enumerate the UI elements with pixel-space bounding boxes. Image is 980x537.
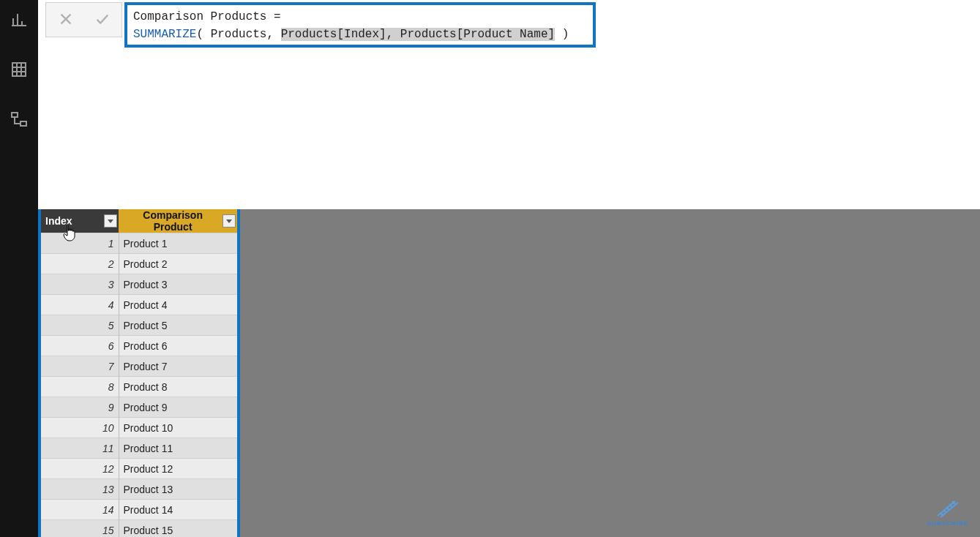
cell-product[interactable]: Product 5 [119,315,239,336]
column-filter-index[interactable] [104,214,117,228]
svg-rect-2 [20,121,26,126]
formula-toolbar [45,2,122,37]
cancel-formula-button[interactable] [56,10,76,30]
cell-index[interactable]: 9 [40,397,119,418]
column-header-index[interactable]: Index [40,209,119,233]
cell-product[interactable]: Product 15 [119,520,239,538]
close-icon [58,11,74,29]
cell-product[interactable]: Product 1 [119,233,239,254]
nav-model-view[interactable] [0,105,38,135]
column-filter-product[interactable] [222,214,236,228]
formula-line1: Comparison Products = [133,10,288,23]
cell-index[interactable]: 13 [40,479,119,500]
table-row[interactable]: 7Product 7 [40,356,239,377]
cell-product[interactable]: Product 14 [119,500,239,520]
table-row[interactable]: 13Product 13 [40,479,239,500]
cell-index[interactable]: 10 [40,418,119,438]
cell-index[interactable]: 7 [40,356,119,377]
table-row[interactable]: 6Product 6 [40,336,239,356]
formula-selection: Products[Index], Products[Product Name] [281,28,555,41]
cell-index[interactable]: 3 [40,274,119,295]
cell-product[interactable]: Product 9 [119,397,239,418]
table-row[interactable]: 8Product 8 [40,377,239,397]
nav-data-view[interactable] [0,56,38,85]
table-row[interactable]: 4Product 4 [40,295,239,315]
cell-product[interactable]: Product 13 [119,479,239,500]
table-row[interactable]: 14Product 14 [40,500,239,520]
cell-index[interactable]: 14 [40,500,119,520]
svg-rect-1 [12,113,18,117]
table-grid-icon [10,61,28,80]
table-row[interactable]: 12Product 12 [40,459,239,479]
data-grid-area: Index Comparison Product 1Product 12Prod… [38,209,980,537]
cell-index[interactable]: 11 [40,438,119,459]
cell-product[interactable]: Product 6 [119,336,239,356]
column-header-product-label: Comparison Product [123,209,222,233]
table-row[interactable]: 2Product 2 [40,254,239,274]
formula-close: ) [555,28,569,41]
bar-chart-icon [10,11,28,31]
data-table: Index Comparison Product 1Product 12Prod… [38,209,240,537]
table-row[interactable]: 3Product 3 [40,274,239,295]
cell-product[interactable]: Product 2 [119,254,239,274]
table-row[interactable]: 9Product 9 [40,397,239,418]
relationship-icon [10,110,28,130]
nav-report-view[interactable] [0,6,38,35]
formula-open: ( Products, [196,28,280,41]
cell-index[interactable]: 8 [40,377,119,397]
check-icon [94,11,111,29]
cell-index[interactable]: 12 [40,459,119,479]
cell-product[interactable]: Product 8 [119,377,239,397]
left-nav-rail [0,0,38,537]
table-row[interactable]: 11Product 11 [40,438,239,459]
cell-index[interactable]: 5 [40,315,119,336]
cell-index[interactable]: 4 [40,295,119,315]
table-row[interactable]: 15Product 15 [40,520,239,538]
cell-product[interactable]: Product 7 [119,356,239,377]
cell-index[interactable]: 6 [40,336,119,356]
cell-product[interactable]: Product 4 [119,295,239,315]
commit-formula-button[interactable] [92,10,113,30]
table-row[interactable]: 1Product 1 [40,233,239,254]
cell-index[interactable]: 1 [40,233,119,254]
table-row[interactable]: 5Product 5 [40,315,239,336]
column-header-index-label: Index [45,215,72,227]
column-header-product[interactable]: Comparison Product [119,209,239,233]
formula-area: Comparison Products = SUMMARIZE( Product… [38,0,980,209]
cell-index[interactable]: 15 [40,520,119,538]
cell-index[interactable]: 2 [40,254,119,274]
formula-keyword: SUMMARIZE [133,28,196,41]
header-row: Index Comparison Product [40,209,239,233]
table-row[interactable]: 10Product 10 [40,418,239,438]
svg-rect-0 [12,63,26,76]
table-body: 1Product 12Product 23Product 34Product 4… [40,233,239,538]
cell-product[interactable]: Product 10 [119,418,239,438]
cell-product[interactable]: Product 11 [119,438,239,459]
dax-formula-editor[interactable]: Comparison Products = SUMMARIZE( Product… [124,2,596,48]
cell-product[interactable]: Product 12 [119,459,239,479]
cell-product[interactable]: Product 3 [119,274,239,295]
